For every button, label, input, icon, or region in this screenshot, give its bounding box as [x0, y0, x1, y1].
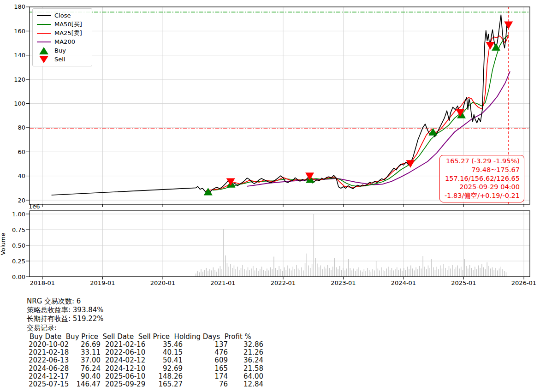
legend-label: MA25[卖]: [54, 29, 82, 37]
volume-bar: [367, 268, 368, 277]
line-swatch: [37, 42, 51, 42]
volume-y-tick-label: 0.75: [12, 226, 25, 233]
x-tick-label: 2022-01: [271, 279, 296, 286]
volume-bar: [336, 267, 337, 277]
volume-bar: [485, 269, 486, 277]
sell-marker: [504, 22, 513, 30]
trade-table-row: 2022-06-1337.002024-02-1250.4160936.24: [27, 356, 263, 364]
volume-bar: [421, 268, 421, 277]
volume-bar: [260, 269, 260, 277]
volume-bar: [404, 268, 404, 277]
volume-bar: [494, 270, 494, 277]
buy-price-cell: 146.47: [73, 380, 101, 388]
volume-bar: [344, 270, 345, 277]
volume-axis-title: Volume: [0, 233, 6, 255]
volume-bar: [232, 268, 232, 277]
volume-bar: [263, 270, 264, 277]
volume-bar: [476, 269, 477, 277]
volume-bar: [459, 268, 459, 277]
volume-bar: [422, 256, 423, 277]
trade-table-row: 2020-10-0226.692021-02-1635.4613732.86: [27, 341, 263, 349]
volume-bar: [440, 266, 440, 277]
legend-label: Close: [54, 12, 71, 19]
annotation-range-line: 79.48~175.67: [442, 166, 520, 174]
profit-pct-cell: 64.00: [228, 373, 263, 380]
volume-bar: [502, 269, 503, 277]
volume-bar: [282, 271, 283, 277]
volume-bar: [381, 267, 381, 277]
volume-bar: [388, 267, 388, 277]
sell-price-cell: 92.69: [149, 365, 183, 373]
volume-bar: [320, 266, 321, 277]
volume-bar: [243, 265, 243, 277]
sell-date-cell: 2025-09-29: [101, 380, 149, 388]
volume-bar: [322, 269, 322, 277]
volume-bar: [438, 269, 439, 277]
volume-bar: [504, 271, 504, 277]
volume-bar: [369, 270, 369, 277]
buy-date-cell: 2022-06-13: [27, 356, 73, 364]
volume-bar: [364, 269, 364, 277]
volume-bar: [360, 270, 361, 277]
holding-days-cell: 174: [183, 373, 228, 380]
volume-bar: [319, 267, 319, 277]
legend-item-ma200: MA200: [36, 37, 88, 46]
volume-bar: [483, 267, 484, 277]
volume-bar: [273, 256, 274, 277]
volume-bar: [501, 267, 501, 277]
volume-bar: [218, 268, 219, 277]
volume-bar: [410, 266, 411, 277]
buy-date-cell: 2024-12-17: [27, 373, 73, 380]
volume-bar: [499, 268, 499, 277]
volume-bar: [376, 261, 376, 277]
volume-bar: [298, 268, 298, 277]
buy-price-cell: 26.69: [73, 341, 101, 349]
volume-bar: [208, 271, 208, 277]
volume-bar: [201, 269, 201, 277]
buy-price-cell: 37.00: [73, 356, 101, 364]
volume-bar: [289, 268, 290, 277]
volume-bar: [409, 269, 409, 277]
volume-bar: [390, 270, 390, 277]
profit-pct-cell: 36.24: [228, 356, 263, 364]
legend-item-ma25: MA25[卖]: [36, 29, 88, 37]
holding-days-cell: 165: [183, 365, 228, 373]
profit-pct-cell: 12.84: [228, 380, 263, 388]
buy-price-cell: 76.24: [73, 365, 101, 373]
volume-bar: [225, 255, 225, 277]
buy-date-cell: 2020-10-02: [27, 341, 73, 349]
sell-date-cell: 2021-02-16: [101, 341, 149, 349]
volume-bar: [236, 269, 236, 277]
volume-bar: [204, 270, 205, 277]
volume-y-tick-label: 0.50: [12, 242, 25, 249]
volume-bar: [492, 267, 493, 277]
volume-bar: [457, 266, 458, 277]
volume-bar: [305, 263, 305, 277]
volume-bar: [429, 268, 430, 277]
stats-strategy-return: 策略总收益率: 393.84%: [27, 306, 263, 315]
y-tick-label: 80: [18, 124, 25, 131]
buy-date-cell: 2024-06-28: [27, 365, 73, 373]
trade-table-row: 2025-07-15146.472025-09-29165.277612.84: [27, 380, 263, 388]
volume-bar: [326, 268, 326, 277]
volume-bar: [277, 270, 278, 277]
volume-bar: [329, 268, 329, 277]
volume-bar: [407, 267, 408, 277]
volume-bar: [249, 270, 250, 277]
volume-bar: [398, 270, 399, 277]
trade-table: 2020-10-0226.692021-02-1635.4613732.8620…: [27, 341, 263, 389]
line-swatch: [37, 33, 51, 34]
trade-table-row: 2024-06-2876.242024-12-1092.6916521.58: [27, 365, 263, 373]
buy-price-cell: 33.11: [73, 349, 101, 356]
legend: CloseMA50[买]MA25[卖]MA200BuySell: [32, 8, 92, 66]
volume-bar: [490, 268, 491, 277]
stats-block: NRG 交易次数: 6 策略总收益率: 393.84% 长期持有收益: 519.…: [27, 297, 263, 389]
volume-bar: [463, 270, 463, 277]
volume-bar: [445, 268, 445, 277]
volume-bar: [209, 269, 210, 277]
buy-triangle-icon: [39, 47, 48, 54]
volume-bar: [301, 267, 302, 277]
volume-bar: [385, 271, 385, 277]
holding-days-cell: 137: [183, 341, 228, 349]
volume-bar: [475, 267, 475, 277]
